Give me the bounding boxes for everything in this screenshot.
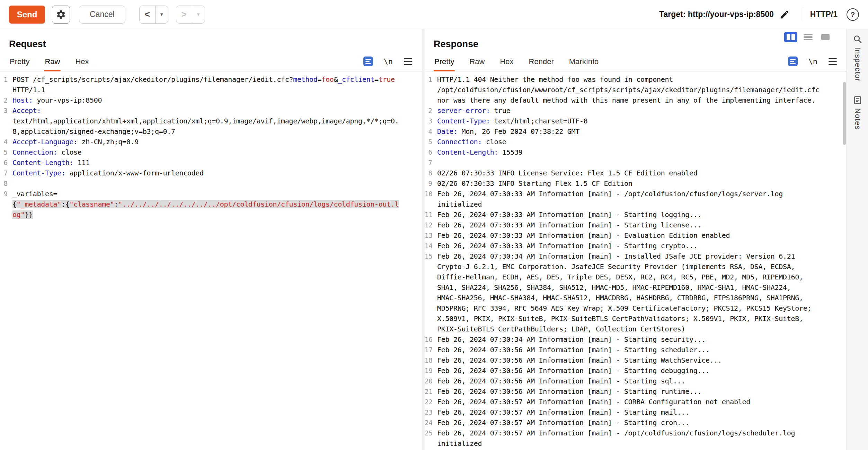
line-number: 25 [425, 428, 437, 449]
code-line: 24Feb 26, 2024 07:30:57 AM Information [… [425, 417, 847, 428]
request-header: Request [0, 29, 422, 50]
target-url: http://your-vps-ip:8500 [688, 10, 774, 19]
tab-markinfo[interactable]: MarkInfo [568, 54, 600, 71]
code-text: Feb 26, 2024 07:30:33 AM Information [ma… [437, 230, 847, 241]
line-number: 19 [425, 365, 437, 376]
code-line: 13Feb 26, 2024 07:30:33 AM Information [… [425, 230, 847, 241]
layout-columns-button[interactable] [784, 32, 797, 42]
code-text: Feb 26, 2024 07:30:57 AM Information [ma… [437, 407, 847, 417]
response-scrollbar[interactable] [843, 82, 846, 145]
code-line: 17Feb 26, 2024 07:30:56 AM Information [… [425, 345, 847, 355]
forward-button[interactable]: > [176, 6, 192, 23]
code-text: Feb 26, 2024 07:30:34 AM Information [ma… [437, 334, 847, 345]
line-number: 23 [425, 407, 437, 417]
code-text: Accept:text/html,application/xhtml+xml,a… [12, 105, 422, 137]
http-version-toggle[interactable]: HTTP/1 [810, 10, 838, 19]
line-number: 13 [425, 230, 437, 241]
tab-pretty[interactable]: Pretty [434, 54, 455, 71]
code-text: Feb 26, 2024 07:30:56 AM Information [ma… [437, 376, 847, 386]
editor-menu-icon[interactable] [828, 58, 838, 65]
sidebar-item-notes[interactable]: Notes [853, 96, 862, 130]
layout-rows-button[interactable] [801, 32, 815, 42]
tab-raw[interactable]: Raw [44, 54, 61, 71]
back-dropdown-icon[interactable]: ▼ [156, 6, 168, 23]
code-text: Feb 26, 2024 07:30:57 AM Information [ma… [437, 428, 847, 449]
line-number: 20 [425, 376, 437, 386]
line-number: 6 [425, 147, 437, 157]
code-line: 902/26 07:30:33 INFO Starting Flex 1.5 C… [425, 178, 847, 189]
code-line: 1HTTP/1.1 404 Neither the method foo was… [425, 74, 847, 105]
syntax-highlight-icon[interactable] [788, 56, 798, 67]
line-number: 7 [425, 157, 437, 168]
tab-raw[interactable]: Raw [469, 54, 485, 71]
tab-hex[interactable]: Hex [74, 54, 89, 71]
tab-pretty[interactable]: Pretty [9, 54, 30, 71]
pencil-icon [779, 9, 790, 20]
line-number: 1 [425, 74, 437, 105]
line-number: 2 [425, 105, 437, 116]
code-line: 9_variables={"_metadata":{"classname":".… [0, 189, 422, 220]
code-text: Feb 26, 2024 07:30:33 AM Information [ma… [437, 209, 847, 220]
code-text: Host: your-vps-ip:8500 [12, 95, 422, 105]
code-line: 6Content-Length: 111 [0, 157, 422, 168]
code-text: 02/26 07:30:33 INFO Starting Flex 1.5 CF… [437, 178, 847, 189]
code-text: POST /cf_scripts/scripts/ajax/ckeditor/p… [12, 74, 422, 95]
code-text: server-error: true [437, 105, 847, 116]
code-line: 2Host: your-vps-ip:8500 [0, 95, 422, 105]
code-text: Connection: close [437, 137, 847, 147]
line-number: 9 [0, 189, 12, 220]
line-number: 3 [425, 116, 437, 126]
repeater-window: Send Cancel < ▼ > ▼ Target: http://your-… [0, 0, 868, 450]
notes-icon [853, 96, 862, 105]
code-line: 8 [0, 178, 422, 189]
pane-splitter[interactable] [422, 29, 425, 450]
request-editor[interactable]: 1POST /cf_scripts/scripts/ajax/ckeditor/… [0, 71, 422, 450]
tab-render[interactable]: Render [528, 54, 555, 71]
code-line: 3Content-Type: text/html;charset=UTF-8 [425, 116, 847, 126]
help-icon[interactable]: ? [847, 8, 859, 21]
code-line: 3Accept:text/html,application/xhtml+xml,… [0, 105, 422, 137]
forward-dropdown-icon[interactable]: ▼ [192, 6, 205, 23]
line-number: 8 [0, 178, 12, 189]
layout-single-button[interactable] [819, 32, 832, 42]
code-line: 5Connection: close [425, 137, 847, 147]
line-number: 5 [425, 137, 437, 147]
code-line: 4Date: Mon, 26 Feb 2024 07:38:22 GMT [425, 126, 847, 137]
line-number: 4 [0, 137, 12, 147]
history-back-group: < ▼ [139, 6, 168, 24]
show-newlines-toggle[interactable]: \n [808, 57, 818, 66]
back-button[interactable]: < [140, 6, 156, 23]
request-pane: Request PrettyRawHex \n 1POST /cf_script… [0, 29, 422, 450]
cancel-button[interactable]: Cancel [79, 6, 125, 24]
sidebar-label-inspector: Inspector [853, 47, 862, 82]
syntax-highlight-icon[interactable] [363, 56, 373, 67]
tab-hex[interactable]: Hex [499, 54, 514, 71]
code-line: 2server-error: true [425, 105, 847, 116]
edit-target-button[interactable] [779, 9, 790, 20]
editor-menu-icon[interactable] [403, 58, 413, 65]
code-line: 7 [425, 157, 847, 168]
code-line: 11Feb 26, 2024 07:30:33 AM Information [… [425, 209, 847, 220]
request-tabs: PrettyRawHex [9, 54, 104, 71]
request-tab-row: PrettyRawHex \n [0, 54, 422, 71]
request-title: Request [9, 39, 422, 50]
show-newlines-toggle[interactable]: \n [384, 57, 393, 66]
line-number: 14 [425, 241, 437, 251]
send-button[interactable]: Send [9, 6, 45, 24]
sidebar-item-inspector[interactable]: Inspector [853, 35, 862, 82]
response-editor[interactable]: 1HTTP/1.1 404 Neither the method foo was… [425, 71, 847, 450]
code-line: 5Connection: close [0, 147, 422, 157]
code-text: Feb 26, 2024 07:30:57 AM Information [ma… [437, 397, 847, 407]
line-number: 8 [425, 168, 437, 178]
code-text: Feb 26, 2024 07:30:57 AM Information [ma… [437, 417, 847, 428]
gear-icon [56, 9, 66, 20]
line-number: 1 [0, 74, 12, 95]
code-text: Content-Type: application/x-www-form-url… [12, 168, 422, 178]
settings-button[interactable] [52, 6, 70, 24]
toolbar-separator [803, 8, 803, 21]
code-text: 02/26 07:30:33 INFO License Service: Fle… [437, 168, 847, 178]
layout-buttons [784, 32, 832, 42]
line-number: 24 [425, 417, 437, 428]
code-text: Feb 26, 2024 07:30:34 AM Information [ma… [437, 251, 847, 334]
inspector-icon [853, 35, 862, 44]
